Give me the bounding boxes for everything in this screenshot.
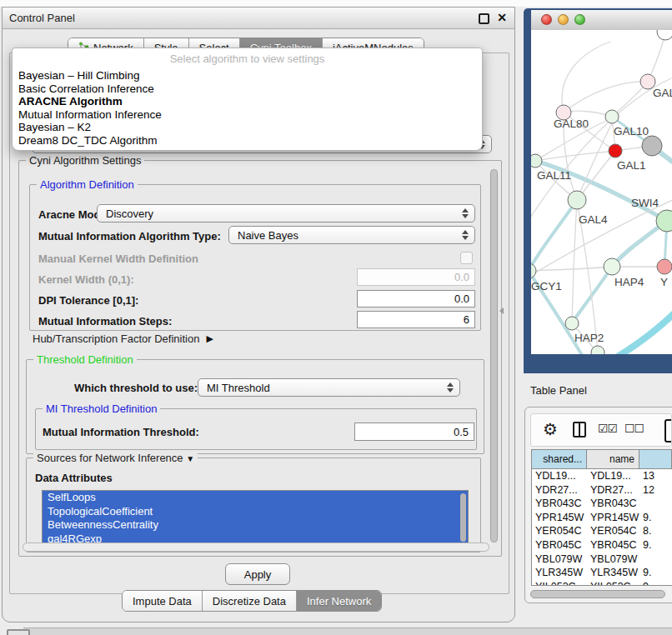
table-cell: YBR043C — [587, 497, 639, 511]
hub-definition-section[interactable]: Hub/Transcription Factor Definition ▶ — [33, 332, 213, 345]
threshold-definition-group: Threshold Definition Which threshold to … — [26, 359, 484, 454]
network-window-titlebar[interactable] — [531, 10, 672, 31]
mi-threshold-legend: MI Threshold Definition — [43, 402, 160, 415]
data-attribute-item[interactable]: SelfLoops — [43, 491, 468, 505]
algorithm-option-bayesian-hill-climbing[interactable]: Bayesian – Hill Climbing — [13, 69, 482, 82]
cyni-algorithm-settings-group: Cyni Algorithm Settings Algorithm Defini… — [18, 160, 502, 557]
table-row[interactable]: YIL053CYIL053C9 — [532, 580, 672, 586]
table-cell: 8. — [639, 524, 672, 538]
algorithm-option-aracne-algorithm[interactable]: ARACNE Algorithm — [13, 95, 482, 108]
table-toolbar: ⚙ ☑☑ ☐☐ — [530, 413, 672, 447]
node-label-gal-top: GAL — [653, 87, 672, 99]
settings-legend: Cyni Algorithm Settings — [26, 154, 144, 167]
algorithm-option-mutual-information-inference[interactable]: Mutual Information Inference — [13, 108, 482, 122]
algorithm-option-basic-correlation-inference[interactable]: Basic Correlation Inference — [13, 82, 482, 96]
aracne-mode-value: Discovery — [98, 208, 462, 220]
zoom-traffic-light-icon[interactable] — [574, 14, 585, 25]
algorithm-option-bayesian-k2[interactable]: Bayesian – K2 — [13, 121, 482, 134]
table-cell: YBR045C — [587, 538, 639, 552]
table-row[interactable]: YDL19...YDL19...13 — [532, 469, 672, 483]
table-cell: YDL19... — [532, 469, 587, 483]
kernel-width-input[interactable]: 0.0 — [357, 268, 475, 286]
mi-type-label: Mutual Information Algorithm Type: — [38, 230, 221, 242]
aracne-mode-combobox[interactable]: Discovery — [97, 204, 475, 222]
column-header-shared[interactable]: shared... — [532, 450, 587, 468]
float-window-icon[interactable] — [479, 13, 489, 24]
columns-icon[interactable] — [573, 422, 586, 438]
network-node-gal4[interactable] — [568, 191, 586, 209]
network-node-hap4[interactable] — [604, 258, 620, 275]
table-cell: 12 — [639, 483, 672, 498]
mi-type-combobox[interactable]: Naive Bayes — [228, 226, 475, 244]
close-icon[interactable]: ✕ — [497, 11, 507, 24]
table-row[interactable]: YER054CYER054C8. — [532, 524, 672, 538]
minimize-traffic-light-icon[interactable] — [558, 14, 569, 25]
dpi-tolerance-input[interactable]: 0.0 — [357, 290, 475, 308]
settings-horizontal-scrollbar[interactable] — [23, 542, 489, 552]
mi-type-value: Naive Bayes — [229, 229, 462, 242]
clipped-toolbar-icon[interactable] — [664, 419, 672, 442]
mi-steps-input[interactable]: 6 — [357, 311, 475, 328]
network-edge[interactable] — [564, 82, 648, 112]
node-attribute-table: shared...name YDL19...YDL19...13YDR27...… — [531, 449, 672, 586]
network-window: GALGAL80GAL10GAL1GAL11GAL4SWI4GCY1HAP4YH… — [524, 8, 672, 373]
node-label-hap2: HAP2 — [574, 332, 604, 344]
table-cell: YIL053C — [587, 580, 639, 586]
network-node-hap2[interactable] — [565, 317, 579, 330]
network-edge[interactable] — [603, 307, 672, 354]
network-node-gray-node[interactable] — [642, 136, 662, 156]
tab-impute-data[interactable]: Impute Data — [123, 591, 202, 611]
table-row[interactable]: YLR345WYLR345W9. — [532, 566, 672, 580]
network-edge[interactable] — [572, 200, 577, 323]
network-node-gal1[interactable] — [609, 144, 622, 158]
manual-kernel-checkbox[interactable] — [460, 252, 473, 264]
network-edge[interactable] — [535, 151, 615, 161]
table-row[interactable]: YBR045CYBR045C9. — [532, 538, 672, 552]
network-edge[interactable] — [572, 267, 612, 323]
data-attribute-item[interactable]: TopologicalCoefficient — [43, 505, 468, 519]
table-row[interactable]: YBR043CYBR043C — [532, 497, 672, 511]
close-traffic-light-icon[interactable] — [541, 14, 552, 25]
checked-boxes-icon[interactable]: ☑☑ — [598, 422, 617, 435]
table-cell: 9. — [639, 566, 672, 580]
network-edge[interactable] — [531, 200, 577, 271]
bottom-left-window-icon[interactable] — [7, 629, 30, 635]
settings-vertical-scrollbar[interactable] — [489, 168, 499, 544]
table-cell: YER054C — [532, 524, 587, 538]
apply-button[interactable]: Apply — [225, 563, 290, 585]
column-header-clipped[interactable] — [639, 450, 672, 468]
algorithm-option-dream8-dc-tdc-algorithm[interactable]: Dream8 DC_TDC Algorithm — [13, 134, 482, 148]
network-node-gal11[interactable] — [531, 154, 542, 168]
gear-icon[interactable]: ⚙ — [543, 418, 558, 440]
table-row[interactable]: YBL079WYBL079W — [532, 552, 672, 567]
network-node-edge-node[interactable] — [657, 30, 672, 40]
expand-arrow-icon[interactable]: ▶ — [206, 333, 213, 344]
data-attribute-item[interactable]: BetweennessCentrality — [43, 518, 468, 532]
network-edge[interactable] — [562, 42, 610, 112]
data-attributes-list[interactable]: SelfLoopsTopologicalCoefficientBetweenne… — [42, 490, 469, 547]
tab-discretize-data[interactable]: Discretize Data — [202, 591, 296, 611]
which-threshold-combobox[interactable]: MI Threshold — [198, 378, 460, 397]
network-canvas[interactable]: GALGAL80GAL10GAL1GAL11GAL4SWI4GCY1HAP4YH… — [531, 30, 672, 354]
collapse-caret-icon[interactable]: ▼ — [186, 454, 194, 463]
list-scrollbar[interactable] — [460, 493, 466, 542]
network-node-salmon-node[interactable] — [657, 259, 672, 274]
table-row[interactable]: YDR27...YDR27...12 — [532, 483, 672, 498]
table-cell: 13 — [639, 469, 672, 483]
table-cell: YBR045C — [532, 538, 587, 552]
splitter-handle-icon[interactable] — [499, 308, 504, 314]
table-cell — [639, 552, 672, 567]
table-horizontal-scrollbar[interactable] — [529, 590, 669, 598]
tab-infer-network[interactable]: Infer Network — [296, 591, 381, 611]
unchecked-boxes-icon[interactable]: ☐☐ — [624, 422, 644, 435]
manual-kernel-label: Manual Kernel Width Definition — [38, 252, 198, 265]
mi-threshold-input[interactable]: 0.5 — [354, 422, 474, 441]
table-row[interactable]: YPR145WYPR145W9. — [532, 511, 672, 525]
column-header-name[interactable]: name — [587, 450, 639, 468]
network-node-gal10[interactable] — [605, 110, 619, 123]
node-label-gal80: GAL80 — [554, 118, 589, 130]
node-label-gal10: GAL10 — [614, 125, 649, 138]
table-cell: YLR345W — [587, 566, 639, 580]
network-node-gcy1[interactable] — [531, 263, 536, 278]
table-cell: YER054C — [587, 524, 639, 538]
